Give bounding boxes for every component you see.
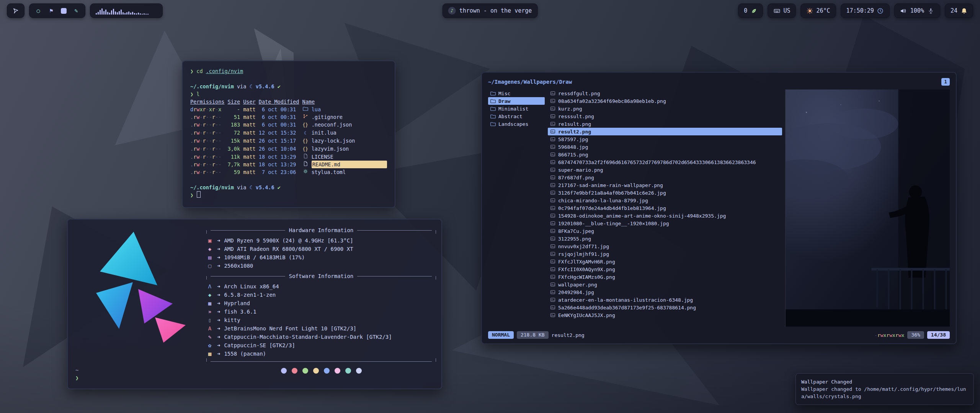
file-row[interactable]: 217167-sad-anime-rain-wallpaper.png	[548, 181, 782, 189]
palette-dot	[324, 368, 330, 374]
launcher-button[interactable]	[7, 3, 24, 18]
file-row[interactable]: re1sult.png	[548, 120, 782, 128]
file-row[interactable]: atardecer-en-la-montanas-ilustracion-634…	[548, 296, 782, 304]
file-name: 154928-odinokoe_anime-art-anime-okno-sin…	[558, 213, 726, 219]
directory-row[interactable]: Draw	[488, 97, 545, 105]
file-row[interactable]: 3126f7e9bbf21a8a4af0b67b041c6e26.jpg	[548, 189, 782, 197]
file-row[interactable]: 8FKa7Cu.jpeg	[548, 227, 782, 235]
tab-badge[interactable]: 1	[941, 78, 950, 86]
prompt-symbol: ❯	[190, 192, 193, 198]
file-row[interactable]: wallpaper.png	[548, 281, 782, 288]
prompt-symbol: ❯	[190, 68, 193, 74]
file-owner: matt	[243, 106, 256, 113]
file-row[interactable]: FXfcHgcWIAMzs0G.png	[548, 273, 782, 281]
updates-count: 0	[744, 7, 747, 14]
visualizer-bar	[142, 14, 143, 15]
file-row[interactable]: chica-mirando-la-luna-8799.jpg	[548, 197, 782, 204]
image-file-icon	[550, 267, 555, 272]
file-row[interactable]: 5a266e448add93deab367d87173e9f25-6837886…	[548, 304, 782, 311]
braces-icon: {}	[302, 121, 309, 129]
terminal-window[interactable]: ❯ cd .config/nvim ~/.config/nvim via ☾ v…	[182, 60, 395, 208]
media-player-pill[interactable]: ♪ thrown - on the verge	[443, 3, 538, 18]
workspace-3-active-icon[interactable]	[61, 8, 67, 14]
file-row[interactable]: FXfcJlTXgAMvH6R.png	[548, 258, 782, 265]
image-file-icon	[550, 198, 555, 203]
file-permissions: .rw-r--r--	[190, 113, 224, 121]
visualizer-bar	[144, 13, 145, 15]
visualizer-bar	[134, 13, 135, 15]
fetch-info-row: ▯➜kitty	[206, 316, 436, 324]
media-title: thrown - on the verge	[459, 7, 532, 14]
directory-row[interactable]: Minimalist	[488, 105, 545, 112]
file-row[interactable]: 154928-odinokoe_anime-art-anime-okno-sin…	[548, 212, 782, 220]
check-icon: ✔	[278, 83, 281, 89]
file-row[interactable]: 3122955.png	[548, 235, 782, 242]
workspace-4-icon[interactable]: ✎	[73, 7, 80, 14]
clock-module[interactable]: 17:50:29	[841, 3, 890, 18]
header-permissions: Permissions	[190, 98, 224, 106]
keyboard-layout-module[interactable]: US	[768, 3, 796, 18]
file-manager-window[interactable]: ~/Imagenes/Wallpapers/Draw 1 MiscDrawMin…	[481, 72, 957, 344]
file-permissions: .rw-r--r--	[190, 161, 224, 168]
terminal-icon: ▯	[206, 316, 213, 324]
workspace-2-icon[interactable]: ⚑	[48, 7, 55, 14]
notification-title: Wallpaper Changed	[801, 378, 968, 385]
file-row[interactable]: 866715.png	[548, 151, 782, 158]
file-owner: matt	[243, 137, 256, 145]
file-row[interactable]: ressdfgult.png	[548, 89, 782, 97]
software-section-header: Software Information	[206, 272, 436, 280]
directory-row[interactable]: Landscapes	[488, 120, 545, 128]
workspace-1-icon[interactable]: ○	[35, 7, 42, 14]
updates-module[interactable]: 0	[738, 3, 763, 18]
file-row[interactable]: nnvuv0xj2df71.jpg	[548, 242, 782, 250]
file-row[interactable]: rsjqojlmjhf91.jpg	[548, 250, 782, 258]
fetch-info-value: Catppuccin-Macchiato-Standard-Lavender-D…	[224, 333, 392, 341]
command-argument: .config/nvim	[206, 68, 243, 74]
file-row[interactable]: kurz.png	[548, 105, 782, 112]
volume-module[interactable]: 100%	[894, 3, 940, 18]
fetch-window[interactable]: Hardware Information ▣➜AMD Ryzen 9 5900X…	[67, 219, 442, 389]
file-date: 7 oct 23:06	[259, 168, 299, 176]
file-date: 6 oct 00:31	[259, 106, 299, 113]
top-bar: ○ ⚑ ✎ ♪ thrown - on the verge 0	[0, 2, 980, 19]
file-row[interactable]: 596848.jpg	[548, 143, 782, 151]
file-row[interactable]: result2.png	[548, 128, 782, 135]
cwd-tilde: ~	[75, 366, 78, 374]
file-row[interactable]: 87r687df.png	[548, 174, 782, 181]
ls-file-row: .rw-r--r--11kmatt18 oct 13:29LICENSE	[190, 153, 387, 161]
visualizer-bar	[140, 13, 141, 15]
file-row[interactable]: resssult.png	[548, 112, 782, 120]
arrow-icon: ➜	[217, 236, 220, 245]
weather-module[interactable]: 26°C	[800, 3, 836, 18]
list-position-badge: 14/38	[927, 331, 950, 339]
image-file-icon	[550, 159, 555, 165]
file-date: 18 oct 13:29	[259, 153, 299, 161]
file-row[interactable]: 0c794faf07de24a4db4d4fb1eb813964.jpg	[548, 204, 782, 212]
file-name: 866715.png	[558, 152, 588, 158]
file-row[interactable]: FXfcII0X0AQyn9X.png	[548, 265, 782, 273]
terminal-prompt-line[interactable]: ❯	[190, 191, 387, 199]
fetch-info-value: 6.5.8-zen1-1-zen	[224, 291, 276, 299]
fetch-prompt[interactable]: ~ ❯	[75, 366, 78, 382]
file-row[interactable]: 19201080-__blue-tinge__-1920×1080.jpg	[548, 220, 782, 227]
visualizer-bar	[122, 12, 124, 15]
image-file-icon	[550, 175, 555, 180]
file-row[interactable]: 587597.jpg	[548, 135, 782, 143]
notifications-module[interactable]: 24	[945, 3, 973, 18]
file-owner: matt	[243, 168, 256, 176]
folder-icon	[490, 121, 496, 127]
mode-badge: NORMAL	[488, 331, 514, 339]
file-row[interactable]: super-mario.png	[548, 166, 782, 174]
starship-path-line: ~/.config/nvim via ☾ v5.4.6 ✔	[190, 83, 387, 90]
file-row[interactable]: 68747470733a2f2f696d616765732d7769786d70…	[548, 158, 782, 166]
notification-popup[interactable]: Wallpaper Changed Wallpaper changed to /…	[795, 373, 974, 405]
file-row[interactable]: 08a634fa02a32364f69ebc86a98eb1eb.png	[548, 97, 782, 105]
directory-row[interactable]: Abstract	[488, 112, 545, 120]
file-date: 18 oct 13:29	[259, 161, 299, 168]
file-row[interactable]: 20492984.jpg	[548, 288, 782, 296]
file-row[interactable]: EeNKYgIUcAAJ5JX.png	[548, 311, 782, 319]
git-icon	[302, 114, 309, 119]
file-list-pane: ressdfgult.png08a634fa02a32364f69ebc86a9…	[548, 89, 782, 327]
image-file-icon	[550, 190, 555, 195]
directory-row[interactable]: Misc	[488, 89, 545, 97]
